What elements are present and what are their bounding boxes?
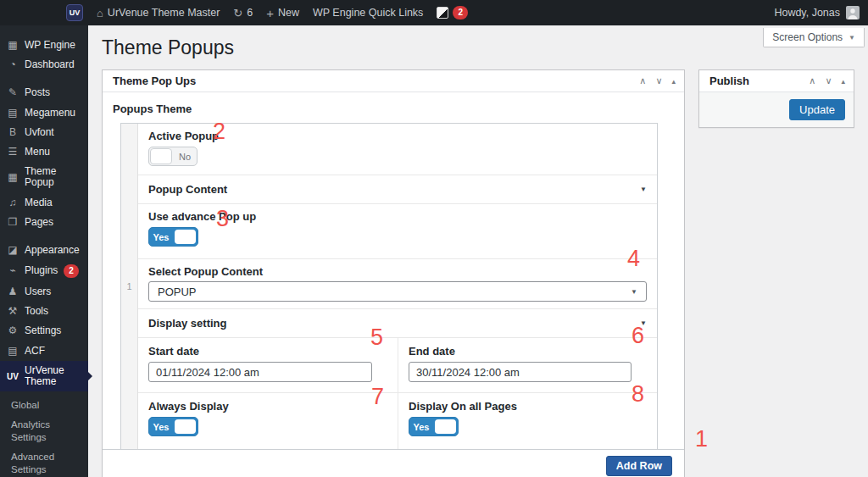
toggle-knob [175, 419, 196, 434]
admin-bar-account[interactable]: Howdy, Jonas [774, 6, 860, 19]
move-down-icon[interactable]: ∨ [825, 75, 832, 86]
add-row-button[interactable]: Add Row [606, 456, 672, 476]
metabox-header[interactable]: Theme Pop Ups ∧ ∨ ▴ [103, 70, 684, 92]
accordion-label: Display setting [148, 317, 640, 330]
use-advance-toggle[interactable]: Yes [148, 227, 198, 247]
sidebar-item-theme-popup[interactable]: ▦ Theme Popup [0, 162, 88, 192]
toggle-state-label: No [173, 147, 197, 165]
sidebar-item-label: WP Engine [25, 40, 75, 51]
repeater-row-number[interactable]: 1 [121, 124, 138, 449]
sidebar-item-label: Plugins [25, 265, 58, 276]
sidebar-item-label: Users [25, 286, 51, 297]
sidebar-item-dashboard[interactable]: ◔ Dashboard [0, 55, 88, 75]
sidebar-item-acf[interactable]: ▤ ACF [0, 341, 88, 361]
sidebar-item-users[interactable]: ♟ Users [0, 282, 88, 302]
accordion-label: Popup Content [148, 183, 640, 196]
screen-options-label: Screen Options [772, 31, 843, 43]
display-all-pages-toggle[interactable]: Yes [409, 417, 459, 436]
admin-bar-wpengine-notifications[interactable]: 2 [437, 6, 468, 19]
sidebar-item-tools[interactable]: ⚒ Tools [0, 302, 88, 321]
metabox-title: Theme Pop Ups [113, 75, 639, 87]
move-down-icon[interactable]: ∨ [655, 75, 662, 86]
toggle-state-label: Yes [149, 228, 173, 246]
use-advance-label: Use advance Pop up [148, 210, 647, 223]
sidebar-subitem-analytics-settings[interactable]: Analytics Settings [0, 415, 88, 447]
move-up-icon[interactable]: ∧ [809, 75, 815, 86]
posts-icon: ✎ [7, 87, 19, 98]
collapse-toggle-icon[interactable]: ▴ [841, 77, 845, 86]
users-icon: ♟ [7, 286, 19, 297]
select-popup-content-dropdown[interactable]: POPUP ▼ [148, 281, 647, 302]
uv-logo-icon[interactable]: UV [66, 4, 83, 21]
sidebar-item-posts[interactable]: ✎ Posts [0, 83, 88, 103]
end-date-input[interactable] [409, 362, 632, 382]
field-use-advance-popup: Use advance Pop up Yes [138, 204, 657, 259]
collapse-toggle-icon[interactable]: ▴ [671, 77, 676, 86]
publish-title: Publish [709, 75, 809, 87]
toggle-knob [150, 148, 172, 164]
pages-icon: ❐ [7, 217, 19, 228]
sidebar-item-label: Menu [25, 147, 50, 158]
move-up-icon[interactable]: ∧ [639, 75, 646, 86]
admin-bar-updates[interactable]: ↻ 6 [233, 7, 253, 19]
sidebar-subitem-advanced-settings[interactable]: Advanced Settings [0, 447, 88, 477]
sidebar-item-label: Megamenu [25, 108, 75, 119]
field-always-display: Always Display Yes [138, 393, 398, 449]
publish-metabox: Publish ∧ ∨ ▴ Update [698, 69, 854, 128]
start-date-label: Start date [148, 345, 387, 358]
display-toggles-row: Always Display Yes Display On all Pages … [138, 393, 657, 449]
field-display-all-pages: Display On all Pages Yes [398, 393, 657, 449]
update-button[interactable]: Update [789, 99, 845, 120]
notification-badge: 2 [453, 6, 468, 19]
sidebar-item-label: Uvfont [25, 127, 54, 138]
active-popup-label: Active Popup [148, 130, 647, 142]
sidebar-item-urvenue-theme[interactable]: UV UrVenue Theme [0, 361, 88, 391]
always-display-toggle[interactable]: Yes [148, 417, 198, 436]
end-date-label: End date [409, 345, 647, 358]
accordion-display-setting[interactable]: Display setting ▼ [138, 309, 657, 338]
acf-icon: ▤ [7, 346, 19, 357]
sidebar-item-menu[interactable]: ☰ Menu [0, 142, 88, 162]
media-icon: ♫ [7, 197, 19, 208]
sidebar-item-settings[interactable]: ⚙ Settings [0, 321, 88, 341]
sidebar-subitem-global[interactable]: Global [0, 396, 88, 415]
sidebar-item-wp-engine[interactable]: ▦ WP Engine [0, 36, 88, 55]
sidebar-item-megamenu[interactable]: ▤ Megamenu [0, 103, 88, 123]
active-popup-toggle[interactable]: No [148, 147, 198, 166]
sidebar-item-label: Settings [25, 325, 61, 336]
start-date-input[interactable] [148, 362, 372, 382]
site-name: UrVenue Theme Master [108, 7, 220, 19]
theme-popups-metabox: Theme Pop Ups ∧ ∨ ▴ Popups Theme 1 Activ… [102, 69, 685, 477]
sidebar: ▦ WP Engine ◔ Dashboard ✎ Posts ▤ Megame… [0, 25, 88, 477]
sidebar-item-media[interactable]: ♫ Media [0, 193, 88, 213]
chevron-down-icon: ▼ [640, 319, 647, 327]
selected-value: POPUP [158, 286, 197, 298]
publish-header[interactable]: Publish ∧ ∨ ▴ [699, 70, 854, 92]
toggle-state-label: Yes [149, 418, 173, 435]
admin-bar-wpengine-quick-links[interactable]: WP Engine Quick Links [313, 7, 423, 19]
repeater-actions: Add Row [103, 449, 684, 477]
updates-icon: ↻ [233, 8, 242, 19]
sidebar-item-uvfont[interactable]: B Uvfont [0, 123, 88, 142]
admin-bar-new[interactable]: + New [266, 7, 299, 19]
sidebar-item-label: Posts [25, 87, 50, 98]
plugins-badge: 2 [64, 264, 79, 278]
avatar [846, 6, 860, 19]
wp-engine-icon: ▦ [7, 40, 19, 51]
sidebar-item-label: ACF [25, 346, 45, 357]
quick-links-label: WP Engine Quick Links [313, 7, 423, 19]
sidebar-item-plugins[interactable]: ⌁ Plugins 2 [0, 260, 88, 282]
sidebar-submenu: Global Analytics Settings Advanced Setti… [0, 391, 88, 477]
chevron-down-icon: ▼ [849, 34, 855, 42]
menu-icon: ☰ [7, 147, 19, 158]
field-group-label: Popups Theme [113, 103, 674, 115]
accordion-popup-content[interactable]: Popup Content ▼ [138, 175, 657, 204]
sidebar-item-appearance[interactable]: ◪ Appearance [0, 241, 88, 260]
sidebar-item-pages[interactable]: ❐ Pages [0, 213, 88, 232]
date-fields-row: Start date End date [138, 338, 657, 393]
megamenu-icon: ▤ [7, 108, 19, 119]
screen-options-button[interactable]: Screen Options ▼ [763, 28, 865, 47]
theme-popup-icon: ▦ [7, 172, 19, 183]
admin-bar-site-link[interactable]: ⌂ UrVenue Theme Master [97, 7, 220, 19]
updates-count: 6 [247, 7, 253, 19]
